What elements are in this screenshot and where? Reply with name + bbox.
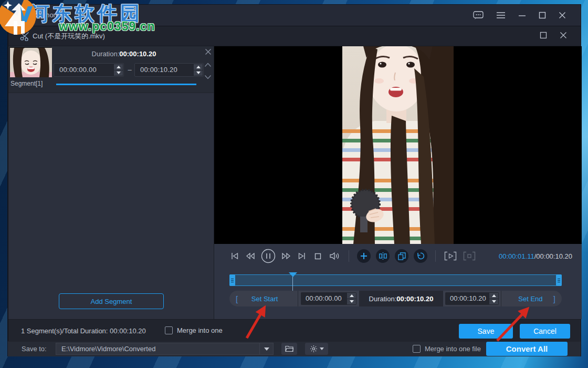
start-spin-up[interactable]	[114, 64, 123, 70]
move-segment-down-icon[interactable]	[204, 72, 212, 81]
site-logo	[0, 0, 37, 38]
set-start-button[interactable]: [ Set Start	[229, 291, 298, 306]
add-segment-button[interactable]: Add Segment	[59, 293, 164, 309]
watermark-site-url: www.pc0359.cn	[59, 19, 155, 34]
skip-to-end-icon[interactable]	[294, 248, 310, 264]
reset-icon[interactable]	[414, 249, 427, 263]
feedback-icon[interactable]	[473, 11, 484, 20]
trim-end-up[interactable]	[489, 293, 498, 299]
trim-start-up[interactable]	[347, 293, 356, 299]
end-spin-up[interactable]	[194, 64, 203, 70]
trim-timeline[interactable]	[214, 268, 582, 289]
merge-checkbox[interactable]	[165, 326, 173, 334]
maximize-icon[interactable]	[539, 12, 546, 19]
volume-icon[interactable]	[326, 248, 343, 264]
segment-label: Segment[1]	[10, 80, 43, 87]
cancel-button[interactable]: Cancel	[520, 324, 570, 339]
segment-start-input[interactable]: 00:00:00.00	[54, 63, 124, 77]
range-dash: –	[126, 63, 133, 77]
trim-start-down[interactable]	[347, 299, 356, 305]
timeline-left-handle[interactable]	[229, 274, 235, 286]
playhead-handle[interactable]	[289, 272, 297, 277]
settings-button[interactable]	[305, 343, 328, 355]
segment-duration: Duration:00:00:10.20	[54, 50, 194, 58]
dialog-footer: 1 Segment(s)/Total Duration: 00:00:10.20…	[8, 319, 581, 342]
move-segment-up-icon[interactable]	[204, 60, 212, 69]
segment-thumbnail	[9, 47, 51, 77]
end-spin-down[interactable]	[194, 70, 203, 76]
stop-segment-icon[interactable]	[460, 248, 479, 264]
minimize-icon[interactable]	[518, 12, 526, 19]
segment-item[interactable]: Segment[1] Duration:00:00:10.20 00:00:00…	[8, 46, 214, 93]
gear-icon	[310, 345, 318, 353]
save-path-value: E:\Vidmore\Vidmore\Converted	[61, 345, 155, 353]
split-segment-icon[interactable]	[376, 249, 390, 263]
cut-dialog: Cut (不是开玩笑的.mkv)	[8, 26, 581, 341]
set-end-button[interactable]: Set End ]	[501, 291, 562, 306]
close-icon[interactable]	[559, 12, 566, 19]
menu-icon[interactable]	[496, 12, 506, 19]
play-segment-icon[interactable]	[441, 248, 460, 264]
time-readout: 00:00:01.11/00:00:10.20	[499, 252, 572, 260]
start-spin-down[interactable]	[114, 70, 123, 76]
skip-to-start-icon[interactable]	[227, 248, 243, 264]
copy-segment-icon[interactable]	[395, 249, 408, 263]
save-path-dropdown[interactable]	[259, 343, 273, 354]
timeline-right-handle[interactable]	[556, 274, 562, 286]
main-window: Vidmore Save to: E:\Vidmore\Vidmore\Conv…	[7, 4, 581, 356]
timeline-bar[interactable]	[229, 274, 562, 286]
merge-into-one[interactable]: Merge into one	[165, 326, 223, 334]
merge-into-one-file[interactable]: Merge into one file	[413, 345, 481, 353]
segment-progress-bar	[56, 84, 196, 85]
open-folder-button[interactable]	[281, 343, 297, 355]
add-segment-icon[interactable]	[357, 249, 371, 263]
save-button[interactable]: Save	[459, 324, 513, 339]
trim-end-down[interactable]	[489, 299, 498, 305]
save-to-label: Save to:	[22, 341, 47, 356]
pause-icon[interactable]	[258, 248, 278, 264]
merge-label: Merge into one	[177, 326, 223, 334]
player-controls-zone: 00:00:01.11/00:00:10.20 [ Set Start	[214, 244, 582, 319]
convert-all-button[interactable]: Convert All	[486, 342, 568, 356]
segments-summary: 1 Segment(s)/Total Duration: 00:00:10.20	[21, 320, 146, 342]
next-frame-icon[interactable]	[278, 248, 294, 264]
dialog-close-icon[interactable]	[560, 32, 567, 41]
previous-frame-icon[interactable]	[243, 248, 258, 264]
video-preview	[214, 46, 582, 244]
segment-panel: Segment[1] Duration:00:00:10.20 00:00:00…	[8, 46, 214, 319]
dialog-maximize-icon[interactable]	[540, 32, 547, 41]
trim-duration: Duration:00:00:10.20	[359, 291, 443, 306]
delete-segment-icon[interactable]	[205, 48, 212, 57]
stop-icon[interactable]	[310, 248, 326, 264]
trim-end-input[interactable]: 00:00:10.20	[443, 291, 501, 306]
segment-end-input[interactable]: 00:00:10.20	[134, 63, 204, 77]
output-bar: Save to: E:\Vidmore\Vidmore\Converted Me…	[8, 341, 581, 356]
merge-file-label: Merge into one file	[425, 345, 481, 353]
video-frame-illustration	[342, 46, 454, 244]
trim-start-input[interactable]: 00:00:00.00	[298, 291, 359, 306]
save-path-input[interactable]: E:\Vidmore\Vidmore\Converted	[56, 343, 274, 355]
trim-controls: [ Set Start 00:00:00.00 Duration:00:00:1…	[229, 291, 562, 306]
merge-file-checkbox[interactable]	[413, 345, 421, 353]
